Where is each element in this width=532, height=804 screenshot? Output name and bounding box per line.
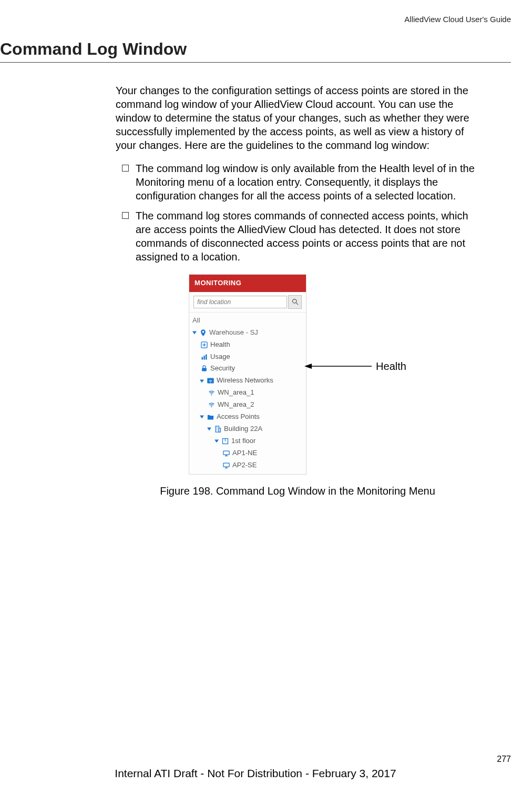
tree-building[interactable]: Building 22A [192,423,306,435]
callout: Health [304,359,406,373]
tree-label: Security [210,364,235,373]
figure-caption: Figure 198. Command Log Window in the Mo… [116,484,479,498]
tree-security[interactable]: Security [192,363,306,375]
tree-wn2[interactable]: WN_area_2 [192,399,306,411]
lock-icon [200,365,208,373]
tree-floor[interactable]: 1st floor [192,435,306,447]
caret-down-icon [200,415,204,419]
caret-down-icon [214,439,219,443]
callout-label: Health [376,359,406,373]
wifi-icon [207,401,216,409]
tree-usage[interactable]: Usage [192,351,306,363]
svg-marker-2 [192,331,197,335]
floor-icon [221,437,229,445]
building-icon [213,425,222,433]
arrow-left-icon [304,363,373,370]
search-input[interactable] [193,296,287,308]
svg-marker-22 [214,440,219,443]
folder-icon [206,413,214,421]
tree-location[interactable]: Warehouse - SJ [192,327,306,339]
figure-area: MONITORING All [116,274,479,498]
device-icon [222,461,230,469]
svg-point-0 [292,299,296,304]
svg-line-1 [296,303,298,305]
intro-paragraph: Your changes to the configuration settin… [116,84,479,152]
tree-label: Access Points [217,413,260,421]
svg-marker-10 [200,379,204,383]
bullet-item: The command log stores commands of conne… [116,209,479,264]
svg-point-12 [210,382,210,383]
location-pin-icon [199,328,207,337]
caret-down-icon [192,330,197,335]
search-icon [291,298,299,306]
section-rule [0,62,511,63]
tree-label: All [192,316,200,325]
tree-wireless-networks[interactable]: Wireless Networks [192,375,306,387]
wifi-icon [207,389,216,397]
panel-header: MONITORING [189,275,306,292]
svg-point-14 [211,407,212,408]
svg-rect-9 [202,368,207,371]
tree-label: AP1-NE [232,449,257,458]
tree-label: Usage [210,353,230,361]
svg-marker-16 [207,428,211,431]
svg-rect-25 [223,451,229,455]
tree-label: Warehouse - SJ [209,328,258,337]
svg-rect-19 [217,427,217,428]
svg-rect-20 [217,428,217,429]
tree: All Warehouse - SJ [189,313,306,475]
internal-note: Internal ATI Draft - Not For Distributio… [0,767,511,780]
tree-label: 1st floor [231,437,255,446]
monitoring-panel: MONITORING All [189,274,306,475]
svg-rect-28 [223,463,229,467]
caret-down-icon [200,379,204,383]
running-header: AlliedView Cloud User's Guide [0,15,511,24]
tree-label: WN_area_2 [218,400,254,409]
wifi-folder-icon [206,377,214,385]
usage-icon [200,353,208,361]
section-title: Command Log Window [0,39,511,59]
svg-rect-18 [219,428,220,432]
health-icon [200,340,208,349]
tree-wn1[interactable]: WN_area_1 [192,387,306,399]
svg-marker-15 [200,416,204,419]
tree-label: Health [210,340,230,349]
svg-rect-8 [206,354,207,359]
caret-down-icon [207,427,211,431]
tree-label: AP2-SE [232,461,257,470]
search-button[interactable] [288,295,302,309]
svg-rect-21 [217,430,217,430]
tree-ap1[interactable]: AP1-NE [192,447,306,459]
tree-label: Wireless Networks [217,376,273,385]
tree-all[interactable]: All [192,315,306,327]
tree-ap2[interactable]: AP2-SE [192,459,306,471]
svg-marker-32 [304,364,312,369]
page-number: 277 [0,755,511,764]
tree-label: Building 22A [224,425,262,434]
tree-access-points[interactable]: Access Points [192,411,306,423]
tree-label: WN_area_1 [218,388,254,397]
svg-rect-6 [201,357,203,359]
tree-health[interactable]: Health [192,339,306,351]
svg-rect-7 [203,356,205,360]
bullet-item: The command log window is only available… [116,162,479,203]
device-icon [222,449,230,457]
svg-point-13 [211,395,212,396]
